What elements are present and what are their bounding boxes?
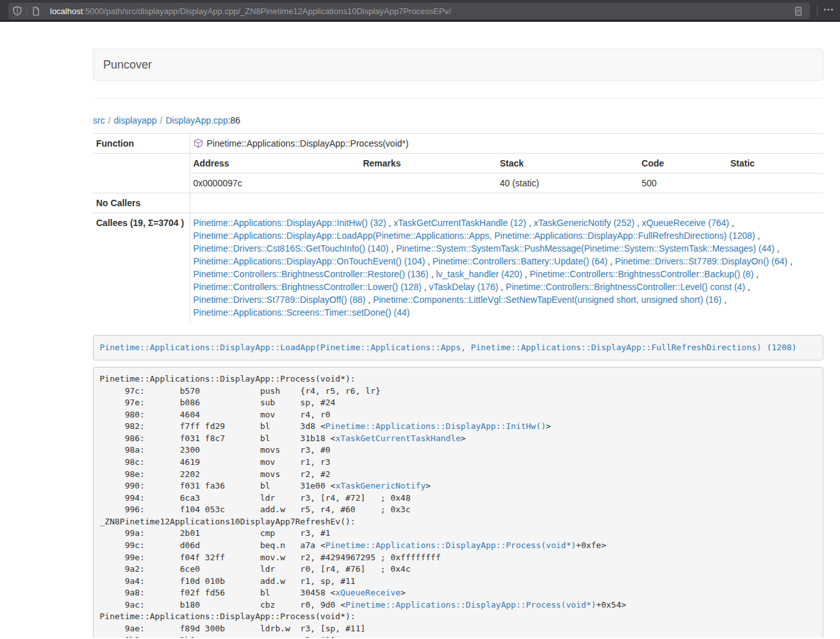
stack-value: 40 (static) (497, 174, 638, 193)
function-label: Function (93, 134, 190, 154)
callee-item: Pinetime::Applications::DisplayApp::Load… (194, 231, 761, 241)
toolbar-divider (817, 6, 818, 16)
url-host: localhost (50, 6, 83, 16)
column-header-remarks: Remarks (359, 154, 497, 174)
stats-header-row: Address Remarks Stack Code Static (190, 154, 824, 174)
callee-link[interactable]: Pinetime::Applications::DisplayApp::OnTo… (194, 256, 425, 266)
code-value: 500 (638, 174, 727, 193)
site-identity-page-icon[interactable] (27, 3, 45, 19)
address-value: 0x0000097c (190, 174, 360, 193)
callee-link[interactable]: Pinetime::Controllers::BrightnessControl… (194, 269, 429, 279)
callee-item: Pinetime::Drivers::St7789::DisplayOff() … (194, 295, 371, 305)
assembly-symbol-link[interactable]: Pinetime::Applications::DisplayApp::Init… (325, 421, 546, 431)
callee-link[interactable]: lv_task_handler (420) (436, 269, 522, 279)
callee-link[interactable]: Pinetime::Applications::Screens::Timer::… (194, 307, 410, 318)
signature-link[interactable]: Pinetime::Applications::DisplayApp::Load… (100, 343, 797, 352)
column-header-stack: Stack (497, 154, 638, 174)
function-table: Function Pinetime::Applications::Display… (93, 133, 823, 322)
breadcrumb-link[interactable]: src (93, 115, 105, 125)
page-actions-menu-icon[interactable] (823, 4, 834, 17)
function-name-cell: Pinetime::Applications::DisplayApp::Proc… (190, 134, 823, 154)
callees-label: Callees (19, Σ=3704 ) (93, 213, 190, 323)
stats-table-cell: Address Remarks Stack Code Static 0x0000… (190, 154, 823, 193)
callee-link[interactable]: Pinetime::Applications::DisplayApp::Load… (194, 231, 755, 241)
callee-link[interactable]: Pinetime::Controllers::Battery::Update()… (432, 256, 607, 266)
cube-symbol-icon (194, 138, 203, 148)
breadcrumb-link[interactable]: DisplayApp.cpp (165, 115, 227, 125)
callee-item: Pinetime::Drivers::Cst816S::GetTouchInfo… (194, 243, 394, 254)
callee-item: Pinetime::Applications::Screens::Timer::… (194, 307, 410, 318)
navbar: Puncover (93, 49, 823, 81)
callee-link[interactable]: vTaskDelay (176) (429, 282, 498, 292)
callee-item: Pinetime::Applications::DisplayApp::Init… (194, 218, 391, 228)
callees-list: Pinetime::Applications::DisplayApp::Init… (190, 213, 823, 323)
static-value (727, 174, 823, 193)
callee-link[interactable]: Pinetime::Components::LittleVgl::SetNewT… (373, 295, 721, 305)
assembly-symbol-link[interactable]: Pinetime::Applications::DisplayApp::Proc… (325, 540, 576, 550)
callee-item: Pinetime::Controllers::BrightnessControl… (506, 282, 750, 292)
assembly-symbol-link[interactable]: xTaskGenericNotify (335, 481, 425, 490)
callee-link[interactable]: xTaskGenericNotify (252) (534, 218, 634, 228)
callee-item: xQueueReceive (764) , (642, 218, 734, 228)
function-name: Pinetime::Applications::DisplayApp::Proc… (207, 138, 409, 149)
no-callers-label: No Callers (93, 193, 190, 213)
browser-toolbar: localhost:5000/path/src/displayapp/Displ… (0, 0, 840, 22)
callee-link[interactable]: Pinetime::Controllers::BrightnessControl… (506, 282, 745, 292)
remarks-value (359, 174, 497, 193)
breadcrumb-link[interactable]: displayapp (114, 115, 157, 125)
stats-row-spacer (93, 154, 190, 193)
callee-link[interactable]: xQueueReceive (764) (642, 218, 729, 228)
assembly-symbol-link[interactable]: Pinetime::Applications::DisplayApp::Proc… (345, 600, 596, 610)
url-text[interactable]: localhost:5000/path/src/displayapp/Displ… (50, 6, 789, 16)
callers-cell (190, 193, 823, 213)
column-header-code: Code (638, 154, 727, 174)
callee-item: xTaskGenericNotify (252) , (534, 218, 639, 228)
callee-item: Pinetime::Drivers::St7789::DisplayOn() (… (615, 256, 793, 266)
app-brand[interactable]: Puncover (94, 49, 161, 80)
callee-link[interactable]: Pinetime::Controllers::BrightnessControl… (194, 282, 422, 292)
callee-link[interactable]: Pinetime::Applications::DisplayApp::Init… (194, 218, 386, 228)
breadcrumb-separator: / (157, 115, 166, 125)
callee-item: Pinetime::Controllers::BrightnessControl… (194, 269, 434, 279)
url-bar[interactable]: localhost:5000/path/src/displayapp/Displ… (8, 3, 810, 19)
stats-row: Address Remarks Stack Code Static 0x0000… (93, 154, 823, 193)
callee-item: lv_task_handler (420) , (436, 269, 527, 279)
callee-item: Pinetime::Controllers::Battery::Update()… (432, 256, 613, 266)
callee-item: Pinetime::Controllers::BrightnessControl… (530, 269, 759, 279)
stats-value-row: 0x0000097c 40 (static) 500 (190, 174, 824, 193)
callee-item: Pinetime::Applications::DisplayApp::OnTo… (194, 256, 431, 266)
callers-row: No Callers (93, 193, 823, 213)
column-header-address: Address (190, 154, 360, 174)
function-row: Function Pinetime::Applications::Display… (93, 134, 823, 154)
breadcrumb-separator: / (105, 115, 114, 125)
callees-row: Callees (19, Σ=3704 ) Pinetime::Applicat… (93, 213, 823, 323)
callee-link[interactable]: xTaskGetCurrentTaskHandle (12) (393, 218, 526, 228)
assembly-listing: Pinetime::Applications::DisplayApp::Proc… (93, 367, 823, 638)
callee-link[interactable]: Pinetime::Drivers::St7789::DisplayOn() (… (615, 256, 787, 266)
callee-item: Pinetime::System::SystemTask::PushMessag… (396, 243, 779, 254)
breadcrumb-line-number: :86 (228, 115, 240, 125)
assembly-symbol-link[interactable]: xQueueReceive (335, 588, 400, 597)
assembly-symbol-link[interactable]: xTaskGetCurrentTaskHandle (335, 433, 461, 443)
tracking-protection-shield-icon[interactable] (8, 3, 26, 19)
callee-link[interactable]: Pinetime::Controllers::BrightnessControl… (530, 269, 754, 279)
callee-link[interactable]: Pinetime::Drivers::Cst816S::GetTouchInfo… (194, 243, 389, 254)
page-body: Puncover src/displayapp/DisplayApp.cpp:8… (0, 22, 840, 638)
callee-item: Pinetime::Controllers::BrightnessControl… (194, 282, 427, 292)
stats-table: Address Remarks Stack Code Static 0x0000… (190, 154, 824, 193)
callee-link[interactable]: Pinetime::Drivers::St7789::DisplayOff() … (194, 295, 366, 305)
divider (93, 98, 823, 99)
url-path: :5000/path/src/displayapp/DisplayApp.cpp… (83, 6, 451, 16)
reader-mode-icon[interactable] (789, 3, 807, 19)
callee-link[interactable]: Pinetime::System::SystemTask::PushMessag… (396, 243, 775, 254)
callee-item: Pinetime::Components::LittleVgl::SetNewT… (373, 295, 727, 305)
callee-item: vTaskDelay (176) , (429, 282, 504, 292)
column-header-static: Static (727, 154, 823, 174)
callee-item: xTaskGetCurrentTaskHandle (12) , (393, 218, 531, 228)
breadcrumb: src/displayapp/DisplayApp.cpp:86 (93, 114, 823, 127)
signature-block: Pinetime::Applications::DisplayApp::Load… (93, 335, 823, 360)
